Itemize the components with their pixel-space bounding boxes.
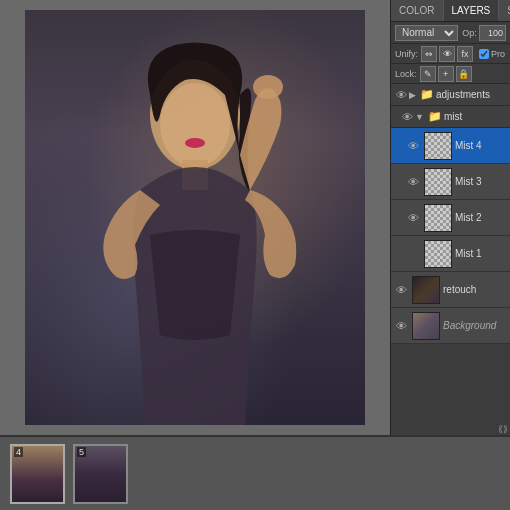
mist4-thumb <box>424 132 452 160</box>
tab-color[interactable]: COLOR <box>391 0 444 21</box>
blend-mode-select[interactable]: Normal <box>395 25 458 41</box>
retouch-name: retouch <box>443 284 508 295</box>
mist1-thumb-checker <box>425 241 451 267</box>
canvas-area <box>0 0 390 435</box>
mist-visibility[interactable]: 👁 <box>399 109 415 125</box>
mist-expand-icon[interactable]: ▼ <box>415 112 424 122</box>
layer-row-mist4[interactable]: 👁 Mist 4 <box>391 128 510 164</box>
mist4-thumb-checker <box>425 133 451 159</box>
lock-all-btn[interactable]: 🔒 <box>456 66 472 82</box>
svg-point-4 <box>185 138 205 148</box>
adjustments-visibility[interactable]: 👁 <box>393 87 409 103</box>
filmstrip-thumb-4[interactable]: 4 <box>10 444 65 504</box>
filmstrip-thumb-4-num: 4 <box>14 447 23 457</box>
scroll-arrows[interactable]: ⟪⟫ <box>498 424 508 434</box>
mist-group-name: mist <box>444 111 508 122</box>
background-name: Background <box>443 320 508 331</box>
mist2-name: Mist 2 <box>455 212 508 223</box>
adjustments-folder-icon: 📁 <box>420 88 434 101</box>
unify-row: Unify: ⇔ 👁 fx Pro <box>391 44 510 64</box>
mist2-visibility[interactable]: 👁 <box>405 210 421 226</box>
opacity-value[interactable]: 100 <box>479 25 506 41</box>
layer-row-mist1[interactable]: Mist 1 <box>391 236 510 272</box>
filmstrip: 4 5 <box>0 435 510 510</box>
lock-label: Lock: <box>395 69 417 79</box>
unify-label: Unify: <box>395 49 418 59</box>
opacity-label: Op: <box>462 28 477 38</box>
mist3-name: Mist 3 <box>455 176 508 187</box>
filmstrip-thumb-5[interactable]: 5 <box>73 444 128 504</box>
mist3-thumb-checker <box>425 169 451 195</box>
blend-mode-row: Normal Op: 100 <box>391 22 510 44</box>
background-visibility[interactable]: 👁 <box>393 318 409 334</box>
unify-visibility-btn[interactable]: 👁 <box>439 46 455 62</box>
tab-layers-label: LAYERS <box>452 5 491 16</box>
tab-layers[interactable]: LAYERS <box>444 0 500 21</box>
background-thumb-photo <box>413 313 439 339</box>
pro-checkbox-label[interactable]: Pro <box>479 49 505 59</box>
layer-group-mist[interactable]: 👁 ▼ 📁 mist <box>391 106 510 128</box>
layer-row-retouch[interactable]: 👁 retouch <box>391 272 510 308</box>
main-area: COLOR LAYERS SWATCH Normal Op: 100 Unify… <box>0 0 510 435</box>
canvas-image[interactable] <box>25 10 365 425</box>
adjustments-expand-icon[interactable]: ▶ <box>409 90 416 100</box>
panels-area: COLOR LAYERS SWATCH Normal Op: 100 Unify… <box>390 0 510 435</box>
mist1-thumb <box>424 240 452 268</box>
lock-row: Lock: ✎ + 🔒 <box>391 64 510 84</box>
retouch-thumb-photo <box>413 277 439 303</box>
adjustments-name: adjustments <box>436 89 508 100</box>
mist3-visibility[interactable]: 👁 <box>405 174 421 190</box>
pro-label: Pro <box>491 49 505 59</box>
tab-swatches[interactable]: SWATCH <box>499 0 510 21</box>
mist4-name: Mist 4 <box>455 140 508 151</box>
mist1-visibility[interactable] <box>405 246 421 262</box>
svg-point-3 <box>253 75 283 99</box>
mist1-name: Mist 1 <box>455 248 508 259</box>
layer-row-background[interactable]: 👁 Background <box>391 308 510 344</box>
retouch-visibility[interactable]: 👁 <box>393 282 409 298</box>
tab-color-label: COLOR <box>399 5 435 16</box>
mist-folder-icon: 📁 <box>428 110 442 123</box>
filmstrip-thumb-5-num: 5 <box>77 447 86 457</box>
mist2-thumb <box>424 204 452 232</box>
mist2-thumb-checker <box>425 205 451 231</box>
layer-list[interactable]: 👁 ▶ 📁 adjustments 👁 ▼ 📁 mist 👁 Mist 4 <box>391 84 510 423</box>
unify-style-btn[interactable]: fx <box>457 46 473 62</box>
layer-group-adjustments[interactable]: 👁 ▶ 📁 adjustments <box>391 84 510 106</box>
unify-position-btn[interactable]: ⇔ <box>421 46 437 62</box>
mist3-thumb <box>424 168 452 196</box>
scroll-hint: ⟪⟫ <box>391 423 510 435</box>
pro-checkbox[interactable] <box>479 49 489 59</box>
retouch-thumb <box>412 276 440 304</box>
layer-row-mist2[interactable]: 👁 Mist 2 <box>391 200 510 236</box>
layer-row-mist3[interactable]: 👁 Mist 3 <box>391 164 510 200</box>
lock-pixels-btn[interactable]: ✎ <box>420 66 436 82</box>
tab-bar: COLOR LAYERS SWATCH <box>391 0 510 22</box>
lock-position-btn[interactable]: + <box>438 66 454 82</box>
background-thumb <box>412 312 440 340</box>
svg-point-1 <box>160 83 230 167</box>
mist4-visibility[interactable]: 👁 <box>405 138 421 154</box>
